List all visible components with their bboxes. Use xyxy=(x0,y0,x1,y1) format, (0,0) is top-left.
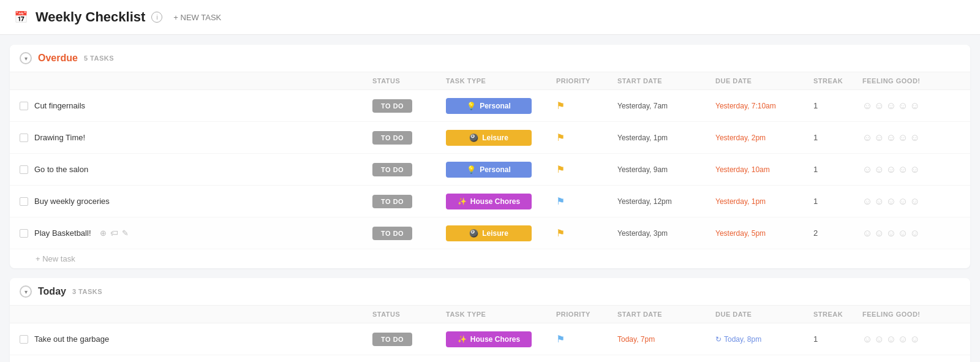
priority-flag-icon[interactable]: ⚑ xyxy=(556,195,565,207)
task-type-badge[interactable]: 💡 Personal xyxy=(446,162,532,178)
priority-flag-icon[interactable]: ⚑ xyxy=(556,132,565,143)
smiley-icon: ☺ xyxy=(898,100,908,111)
info-icon[interactable]: i xyxy=(151,12,162,23)
today-count: 3 TASKS xyxy=(72,288,102,295)
task-name: Play Basketball! xyxy=(34,228,91,238)
col-task-type-t: TASK TYPE xyxy=(446,311,556,318)
feeling-cell: ☺☺☺☺☺ xyxy=(862,334,960,345)
col-due: DUE DATE xyxy=(715,77,813,85)
task-type-badge[interactable]: 💡 Personal xyxy=(446,98,532,114)
overdue-section: ▾ Overdue 5 TASKS STATUS TASK TYPE PRIOR… xyxy=(10,45,970,268)
smiley-icon: ☺ xyxy=(910,334,919,345)
edit-icon[interactable]: ✎ xyxy=(122,228,129,238)
priority-flag-icon[interactable]: ⚑ xyxy=(556,164,565,175)
tag-icon[interactable]: 🏷 xyxy=(110,228,118,238)
priority-cell: ⚑ xyxy=(556,132,617,143)
smiley-icon: ☺ xyxy=(862,132,872,143)
col-streak: STREAK xyxy=(813,77,862,85)
status-cell: TO DO xyxy=(372,99,446,113)
due-date: ↻Today, 8pm xyxy=(715,335,813,344)
today-chevron[interactable]: ▾ xyxy=(20,285,32,298)
start-date: Yesterday, 9am xyxy=(617,165,668,174)
smiley-icon: ☺ xyxy=(886,334,896,345)
start-date: Yesterday, 3pm xyxy=(617,229,668,238)
start-date-cell: Yesterday, 12pm xyxy=(617,197,715,206)
start-date: Yesterday, 1pm xyxy=(617,134,668,142)
start-date-cell: Yesterday, 1pm xyxy=(617,133,715,142)
status-badge: TO DO xyxy=(372,227,412,240)
overdue-add-task[interactable]: + New task xyxy=(10,249,970,268)
task-type-badge[interactable]: 🎱 Leisure xyxy=(446,130,532,146)
col-priority-t: PRIORITY xyxy=(556,311,617,318)
type-label: House Chores xyxy=(470,197,520,206)
new-task-button[interactable]: + NEW TASK xyxy=(168,10,226,25)
task-checkbox[interactable] xyxy=(20,102,28,110)
task-name-cell: Go to the salon xyxy=(20,165,372,174)
smiley-icon: ☺ xyxy=(886,100,896,111)
due-date-cell: ↻Today, 8pm xyxy=(715,335,813,344)
overdue-chevron[interactable]: ▾ xyxy=(20,52,32,64)
priority-cell: ⚑ xyxy=(556,195,617,207)
priority-flag-icon[interactable]: ⚑ xyxy=(556,227,565,239)
start-date: Yesterday, 7am xyxy=(617,102,668,110)
task-type-cell: 💡 Personal xyxy=(446,162,556,178)
task-name: Go to the salon xyxy=(34,165,88,174)
due-date: Yesterday, 1pm xyxy=(715,197,766,206)
task-checkbox[interactable] xyxy=(20,229,28,238)
streak-cell: 1 xyxy=(813,133,862,142)
smiley-icon: ☺ xyxy=(898,164,908,175)
smiley-icon: ☺ xyxy=(910,164,919,175)
due-date: Yesterday, 10am xyxy=(715,165,770,174)
task-icons: ⊕ 🏷 ✎ xyxy=(100,228,129,238)
priority-cell: ⚑ xyxy=(556,164,617,175)
task-type-badge[interactable]: ✨ House Chores xyxy=(446,331,532,347)
overdue-section-header: ▾ Overdue 5 TASKS xyxy=(10,45,970,72)
today-column-headers: STATUS TASK TYPE PRIORITY START DATE DUE… xyxy=(10,306,970,323)
subtask-icon[interactable]: ⊕ xyxy=(100,228,107,238)
task-row: Go to the salon TO DO 💡 Personal ⚑ Yeste… xyxy=(10,154,970,186)
type-label: Leisure xyxy=(482,229,508,238)
task-row: Take out the garbage TO DO ✨ House Chore… xyxy=(10,323,970,355)
smiley-icon: ☺ xyxy=(910,100,919,111)
priority-flag-icon[interactable]: ⚑ xyxy=(556,100,565,111)
task-name-cell: Buy weekly groceries xyxy=(20,197,372,206)
type-emoji: ✨ xyxy=(458,197,467,206)
task-checkbox[interactable] xyxy=(20,197,28,206)
start-date: Today, 7pm xyxy=(617,335,655,344)
type-label: Leisure xyxy=(482,134,508,142)
today-section-header: ▾ Today 3 TASKS xyxy=(10,278,970,306)
due-date-cell: Yesterday, 1pm xyxy=(715,197,813,206)
smiley-icon: ☺ xyxy=(874,228,884,239)
task-type-badge[interactable]: 🎱 Leisure xyxy=(446,225,532,241)
start-date: Yesterday, 12pm xyxy=(617,197,672,206)
overdue-title: Overdue xyxy=(38,53,78,64)
smiley-icon: ☺ xyxy=(886,228,896,239)
task-type-cell: 🎱 Leisure xyxy=(446,130,556,146)
streak-cell: 1 xyxy=(813,334,862,344)
col-status: STATUS xyxy=(372,77,446,85)
task-name-cell: Drawing Time! xyxy=(20,133,372,142)
smiley-icon: ☺ xyxy=(862,100,872,111)
col-task-t xyxy=(20,311,372,318)
task-row: Buy weekly groceries TO DO ✨ House Chore… xyxy=(10,186,970,217)
streak-cell: 1 xyxy=(813,101,862,110)
task-checkbox[interactable] xyxy=(20,335,28,344)
status-badge: TO DO xyxy=(372,333,412,346)
task-type-badge[interactable]: ✨ House Chores xyxy=(446,194,532,209)
type-emoji: ✨ xyxy=(458,335,467,344)
smiley-icon: ☺ xyxy=(874,334,884,345)
task-name-cell: Take out the garbage xyxy=(20,334,372,344)
overdue-count: 5 TASKS xyxy=(84,55,114,62)
due-date-cell: Yesterday, 10am xyxy=(715,165,813,174)
smiley-icon: ☺ xyxy=(874,100,884,111)
task-checkbox[interactable] xyxy=(20,165,28,174)
priority-flag-icon[interactable]: ⚑ xyxy=(556,333,565,345)
smiley-icon: ☺ xyxy=(898,132,908,143)
task-type-cell: 💡 Personal xyxy=(446,98,556,114)
col-streak-t: STREAK xyxy=(813,311,862,318)
task-row: Create daily initial outputs for work TO… xyxy=(10,355,970,362)
smiley-icon: ☺ xyxy=(910,196,919,207)
today-section: ▾ Today 3 TASKS STATUS TASK TYPE PRIORIT… xyxy=(10,278,970,362)
overdue-column-headers: STATUS TASK TYPE PRIORITY START DATE DUE… xyxy=(10,72,970,90)
task-checkbox[interactable] xyxy=(20,134,28,142)
